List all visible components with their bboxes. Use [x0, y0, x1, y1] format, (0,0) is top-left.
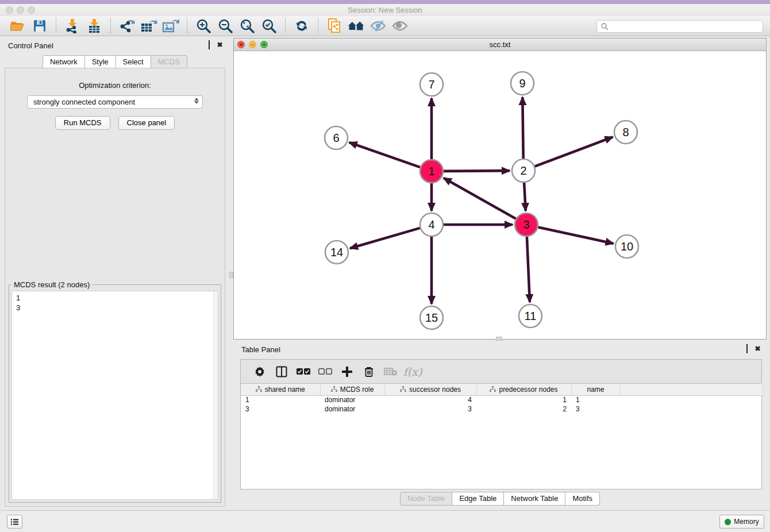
- zoom-out-icon[interactable]: [217, 18, 234, 34]
- table-cell-empty: [620, 395, 763, 404]
- tab-mcds[interactable]: MCDS: [151, 55, 187, 69]
- delete-table-icon[interactable]: [384, 365, 398, 379]
- float-table-panel-icon[interactable]: [743, 345, 750, 353]
- toolbar-separator: [56, 18, 56, 33]
- tab-network-table[interactable]: Network Table: [504, 492, 565, 506]
- mcds-result-line: 1: [16, 293, 218, 303]
- node-label-8: 8: [622, 126, 629, 138]
- edge-1-6[interactable]: [349, 142, 421, 167]
- edge-1-2[interactable]: [444, 171, 510, 171]
- column-header-shared-name[interactable]: shared name: [241, 384, 320, 395]
- search-input[interactable]: [609, 22, 763, 30]
- shared-column-icon: [331, 386, 337, 392]
- network-canvas[interactable]: 7968124314101511: [234, 51, 766, 339]
- edge-4-14[interactable]: [350, 228, 420, 248]
- node-label-7: 7: [428, 78, 434, 91]
- table-settings-icon[interactable]: [253, 365, 267, 379]
- toolbar-separator: [187, 18, 187, 33]
- memory-status-icon: [725, 519, 731, 525]
- column-header-label: predecessor nodes: [499, 385, 557, 394]
- column-header-successor-nodes[interactable]: successor nodes: [384, 384, 476, 395]
- network-window-titlebar[interactable]: ✕ − + scc.txt: [234, 38, 766, 51]
- add-column-icon[interactable]: [340, 365, 354, 379]
- close-panel-button[interactable]: Close panel: [118, 116, 175, 130]
- column-header-MCDS-role[interactable]: MCDS role: [320, 384, 384, 395]
- float-panel-icon[interactable]: [205, 41, 213, 49]
- clone-network-icon[interactable]: [326, 18, 343, 34]
- column-header-name[interactable]: name: [571, 384, 620, 395]
- table-cell[interactable]: 1: [571, 395, 620, 404]
- result-scrollbar[interactable]: [213, 291, 218, 499]
- hide-graphics-details-icon[interactable]: [369, 18, 387, 34]
- run-mcds-button[interactable]: Run MCDS: [55, 116, 110, 130]
- table-row[interactable]: 3dominator323: [241, 404, 763, 414]
- search-field[interactable]: [596, 20, 763, 33]
- table-cell[interactable]: dominator: [320, 395, 384, 404]
- edge-3-1[interactable]: [444, 178, 516, 219]
- splitter-grip-horizontal[interactable]: [496, 337, 502, 341]
- column-header-label: successor nodes: [409, 385, 461, 394]
- export-image-icon[interactable]: [162, 18, 179, 34]
- shared-column-icon: [400, 386, 406, 392]
- network-graph[interactable]: 7968124314101511: [234, 51, 766, 339]
- export-network-icon[interactable]: [118, 18, 136, 34]
- import-network-icon[interactable]: [64, 18, 81, 34]
- save-session-icon[interactable]: [31, 18, 48, 34]
- open-session-icon[interactable]: [9, 18, 26, 34]
- tab-network[interactable]: Network: [43, 55, 85, 69]
- column-header-predecessor-nodes[interactable]: predecessor nodes: [476, 384, 571, 395]
- table-cell[interactable]: 2: [476, 404, 571, 414]
- edge-2-3[interactable]: [524, 183, 526, 211]
- node-label-14: 14: [330, 246, 343, 259]
- edge-3-10[interactable]: [538, 227, 614, 243]
- edge-3-11[interactable]: [527, 237, 530, 302]
- column-header-empty: [620, 384, 763, 395]
- table-cell[interactable]: 3: [571, 404, 620, 414]
- table-row[interactable]: 1dominator411: [241, 395, 763, 404]
- home-networks-icon[interactable]: [348, 18, 365, 34]
- zoom-in-icon[interactable]: [195, 18, 212, 34]
- show-column-panel-icon[interactable]: [275, 365, 288, 379]
- zoom-fit-icon[interactable]: [238, 18, 256, 34]
- splitter-grip-vertical[interactable]: [229, 272, 233, 278]
- import-table-icon[interactable]: [86, 18, 103, 34]
- search-icon: [600, 22, 609, 30]
- close-table-panel-icon[interactable]: ✖: [754, 345, 761, 353]
- show-panels-menu-button[interactable]: [7, 515, 22, 529]
- criterion-dropdown-value: strongly connected component: [33, 98, 135, 106]
- shared-column-icon: [490, 386, 496, 392]
- mcds-result-group: MCDS result (2 nodes) 13: [9, 284, 221, 503]
- table-cell[interactable]: dominator: [320, 404, 384, 414]
- tab-style[interactable]: Style: [85, 55, 116, 69]
- apply-function-icon[interactable]: f(x): [406, 365, 419, 379]
- table-cell[interactable]: 3: [384, 404, 476, 414]
- node-label-9: 9: [519, 77, 525, 90]
- tab-node-table[interactable]: Node Table: [400, 492, 453, 506]
- main-toolbar: [0, 16, 770, 36]
- criterion-dropdown[interactable]: strongly connected component: [27, 95, 203, 109]
- deselect-all-rows-icon[interactable]: [318, 365, 332, 379]
- table-cell[interactable]: 4: [384, 395, 476, 404]
- close-panel-icon[interactable]: ✖: [216, 41, 224, 49]
- delete-column-icon[interactable]: [362, 365, 376, 379]
- memory-button[interactable]: Memory: [719, 515, 764, 529]
- refresh-view-icon[interactable]: [293, 18, 310, 34]
- tab-motifs[interactable]: Motifs: [565, 492, 600, 506]
- show-graphics-details-icon[interactable]: [391, 18, 409, 34]
- edge-2-9[interactable]: [522, 97, 523, 159]
- zoom-selected-icon[interactable]: [260, 18, 278, 34]
- edge-2-8[interactable]: [535, 137, 613, 166]
- mcds-result-textarea[interactable]: 13: [11, 291, 218, 500]
- optimization-criterion-label: Optimization criterion:: [5, 81, 225, 90]
- tab-edge-table[interactable]: Edge Table: [452, 492, 504, 506]
- export-table-icon[interactable]: [140, 18, 157, 34]
- window-accent-strip: [0, 0, 770, 4]
- table-cell[interactable]: 3: [241, 404, 320, 414]
- table-cell[interactable]: 1: [476, 395, 571, 404]
- select-all-rows-icon[interactable]: [297, 365, 310, 379]
- table-panel: Table Panel ✖: [233, 342, 767, 509]
- mcds-tab-content: Optimization criterion: strongly connect…: [5, 68, 225, 507]
- node-label-11: 11: [525, 310, 537, 322]
- tab-select[interactable]: Select: [116, 55, 151, 69]
- table-cell[interactable]: 1: [241, 395, 320, 404]
